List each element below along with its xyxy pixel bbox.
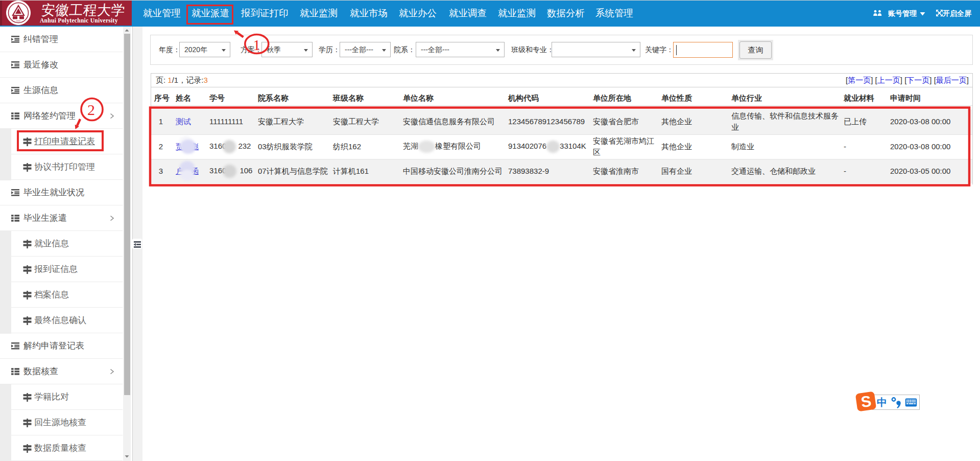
- svg-text:*****: *****: [16, 20, 21, 23]
